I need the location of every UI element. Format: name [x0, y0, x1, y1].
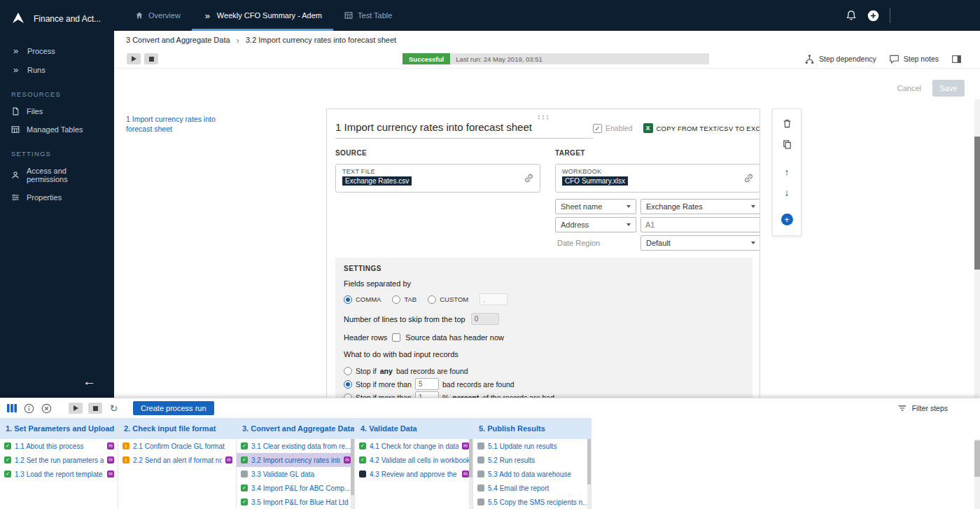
- group-1-title[interactable]: 1. Set Parameters and Upload: [0, 418, 118, 439]
- move-step-down-button[interactable]: [785, 187, 790, 198]
- step-5-3[interactable]: 5.3 Add to data warehouse: [473, 467, 591, 481]
- link-icon[interactable]: [743, 173, 754, 185]
- sidebar-item-runs[interactable]: Runs: [0, 60, 114, 79]
- step-4-3[interactable]: 4.3 Review and approve the file: [355, 467, 472, 481]
- scrollbar-thumb[interactable]: [974, 440, 980, 477]
- idle-status-icon: [477, 484, 484, 491]
- tab-weekly-cfo-summary[interactable]: Weekly CFO Summary - Adem: [192, 0, 333, 31]
- run-step-button[interactable]: [127, 53, 141, 64]
- step-3-2[interactable]: 3.2 Import currency rates into ...: [237, 453, 354, 467]
- link-icon[interactable]: [524, 173, 534, 185]
- step-4-1[interactable]: 4.1 Check for change in data str...: [355, 439, 472, 453]
- board-view-button[interactable]: [6, 403, 18, 414]
- settings-section-header: SETTINGS: [0, 139, 114, 162]
- sheet-name-value-select[interactable]: Exchange Rates: [640, 199, 760, 214]
- breadcrumb-group[interactable]: 3 Convert and Aggregate Data: [126, 36, 230, 44]
- step-4-2[interactable]: 4.2 Validate all cells in workbook: [355, 453, 472, 467]
- move-step-up-button[interactable]: [785, 167, 790, 178]
- separator-custom-radio[interactable]: CUSTOM: [428, 295, 468, 304]
- step-1-1[interactable]: 1.1 About this process: [0, 439, 118, 453]
- duplicate-step-button[interactable]: [782, 139, 792, 150]
- step-dependency-button[interactable]: Step dependency: [804, 54, 876, 64]
- column-scrollbar[interactable]: [587, 439, 591, 509]
- address-input[interactable]: [640, 217, 760, 232]
- create-process-run-button[interactable]: Create process run: [133, 401, 214, 415]
- bad-records-percent-input[interactable]: [415, 391, 439, 398]
- address-row: Address: [555, 217, 760, 232]
- group-2-title[interactable]: 2. Check input file format: [118, 418, 236, 439]
- run-process-button[interactable]: [69, 403, 83, 414]
- sidebar-item-files[interactable]: Files: [0, 102, 114, 120]
- more-button[interactable]: [951, 54, 966, 64]
- tab-test-table[interactable]: Test Table: [333, 0, 403, 31]
- info-button[interactable]: [23, 403, 35, 414]
- step-notes-button[interactable]: Step notes: [889, 54, 939, 64]
- enabled-checkbox[interactable]: [593, 124, 602, 133]
- stop-step-button[interactable]: [144, 53, 158, 64]
- step-5-5[interactable]: 5.5 Copy the SMS recipients n...: [473, 495, 591, 509]
- custom-separator-input[interactable]: [479, 293, 507, 305]
- save-button[interactable]: Save: [932, 80, 965, 97]
- step-title-input[interactable]: 1 Import currency rates into forecast sh…: [335, 121, 593, 139]
- sidebar-item-process[interactable]: Process: [0, 41, 114, 60]
- step-outline-label[interactable]: 1 Import currency rates into forecast sh…: [126, 115, 234, 134]
- step-5-2[interactable]: 5.2 Run results: [473, 453, 591, 467]
- note-badge-icon: [462, 442, 469, 449]
- drag-handle-icon[interactable]: [537, 113, 550, 121]
- add-step-button[interactable]: [781, 214, 793, 225]
- separator-tab-radio[interactable]: TAB: [392, 295, 416, 304]
- tab-overview[interactable]: Overview: [124, 0, 192, 31]
- brand[interactable]: Finance and Act...: [0, 0, 114, 41]
- notifications-bell-icon[interactable]: [845, 10, 857, 22]
- filter-steps-button[interactable]: Filter steps: [897, 403, 948, 413]
- delete-step-button[interactable]: [782, 118, 792, 129]
- date-region-select[interactable]: Default: [640, 235, 760, 251]
- collapse-sidebar-back-arrow-icon[interactable]: [83, 374, 96, 389]
- sidebar-item-access-permissions[interactable]: Access and permissions: [0, 162, 114, 188]
- source-file-chip[interactable]: Exchange Rates.csv: [342, 176, 412, 186]
- sheet-name-select[interactable]: Sheet name: [555, 199, 636, 214]
- step-actions-toolbar: [772, 109, 802, 236]
- bad-records-count-input[interactable]: [415, 378, 439, 390]
- plus-circle-icon: [867, 10, 879, 22]
- close-button[interactable]: [41, 403, 52, 414]
- step-2-1[interactable]: 2.1 Confirm Oracle GL format: [118, 439, 236, 453]
- stop-if-any-radio[interactable]: Stop if any bad records are found: [344, 364, 744, 377]
- step-1-3[interactable]: 1.3 Load the report template: [0, 467, 118, 481]
- breadcrumb-step[interactable]: 3.2 Import currency rates into forecast …: [246, 36, 396, 44]
- step-3-1[interactable]: 3.1 Clear existing data from re...: [237, 439, 354, 453]
- cancel-button[interactable]: Cancel: [897, 84, 921, 92]
- skip-lines-input[interactable]: [471, 313, 499, 325]
- step-3-5[interactable]: 3.5 Import P&L for Blue Hat Ltd: [237, 495, 354, 509]
- step-2-2[interactable]: 2.2 Send an alert if format not c...: [118, 453, 236, 467]
- stop-process-button[interactable]: [88, 403, 102, 414]
- group-3-title[interactable]: 3. Convert and Aggregate Data: [237, 418, 354, 439]
- separator-comma-radio[interactable]: COMMA: [344, 295, 381, 304]
- step-3-3[interactable]: 3.3 Validate GL data: [237, 467, 354, 481]
- sidebar-item-managed-tables[interactable]: Managed Tables: [0, 120, 114, 139]
- scrollbar-thumb[interactable]: [974, 137, 980, 270]
- chevrons-icon: [203, 11, 212, 20]
- stop-if-count-radio[interactable]: Stop if more than bad records are found: [344, 377, 744, 391]
- process-map-panel: Create process run Filter steps 1. Set P…: [0, 398, 980, 509]
- source-file-box[interactable]: TEXT FILE Exchange Rates.csv: [335, 164, 540, 193]
- topbar-actions: [845, 0, 890, 31]
- step-5-1[interactable]: 5.1 Update run results: [473, 439, 591, 453]
- step-3-4[interactable]: 3.4 Import P&L for ABC Comp...: [237, 481, 354, 495]
- sidebar-item-properties[interactable]: Properties: [0, 188, 114, 207]
- run-history-icon[interactable]: [108, 403, 120, 414]
- bottom-scrollbar[interactable]: [974, 439, 980, 509]
- step-5-4[interactable]: 5.4 Email the report: [473, 481, 591, 495]
- target-file-box[interactable]: WORKBOOK CFO Summary.xlsx: [555, 164, 760, 193]
- address-select[interactable]: Address: [555, 217, 636, 232]
- group-5-title[interactable]: 5. Publish Results: [473, 418, 591, 439]
- column-scrollbar[interactable]: [469, 439, 472, 509]
- column-scrollbar[interactable]: [351, 439, 354, 509]
- target-file-chip[interactable]: CFO Summary.xlsx: [562, 176, 628, 186]
- stop-if-percent-radio[interactable]: Stop if more than % percent of the recor…: [344, 391, 744, 398]
- add-new-button[interactable]: [867, 10, 879, 22]
- group-column-2: 2. Check input file format 2.1 Confirm O…: [118, 418, 237, 509]
- step-1-2[interactable]: 1.2 Set the run parameters and ...: [0, 453, 118, 467]
- group-4-title[interactable]: 4. Validate Data: [355, 418, 472, 439]
- header-rows-checkbox[interactable]: [392, 333, 400, 342]
